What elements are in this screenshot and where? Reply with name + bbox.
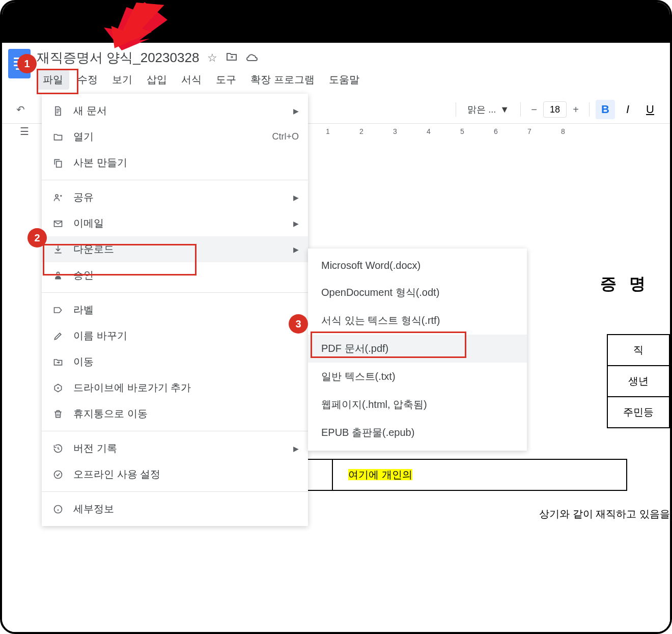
chevron-right-icon: ▶	[293, 107, 299, 115]
document-heading: 증 명	[600, 273, 670, 295]
download-txt[interactable]: 일반 텍스트(.txt)	[308, 363, 527, 391]
folder-icon	[51, 132, 65, 142]
table-cell[interactable]: 주민등	[607, 397, 669, 428]
annotation-badge-1: 1	[17, 54, 37, 73]
outline-toggle-icon[interactable]: ☰	[20, 125, 29, 137]
move-folder-icon[interactable]	[226, 50, 238, 66]
rename-icon	[51, 331, 65, 341]
menu-make-copy[interactable]: 사본 만들기	[42, 150, 308, 176]
offline-icon	[51, 470, 65, 480]
cloud-status-icon[interactable]	[246, 50, 259, 66]
underline-button[interactable]: U	[640, 100, 660, 119]
download-docx[interactable]: Microsoft Word(.docx)	[308, 253, 527, 279]
menu-add-shortcut[interactable]: 드라이브에 바로가기 추가	[42, 375, 308, 401]
font-size-input[interactable]: 18	[543, 101, 567, 118]
annotation-badge-3: 3	[289, 314, 308, 334]
email-icon	[51, 218, 65, 229]
info-icon	[51, 504, 65, 514]
font-name-label: 맑은 ...	[467, 103, 496, 116]
menu-email[interactable]: 이메일 ▶	[42, 210, 308, 236]
menu-new-document[interactable]: 새 문서 ▶	[42, 98, 308, 124]
chevron-right-icon: ▶	[293, 219, 299, 228]
svg-point-6	[54, 471, 62, 478]
menu-version-history[interactable]: 버전 기록 ▶	[42, 435, 308, 461]
table-cell[interactable]: 직	[607, 335, 669, 366]
svg-rect-2	[57, 161, 62, 167]
star-icon[interactable]: ☆	[207, 51, 217, 65]
menu-file[interactable]: 파일	[37, 70, 69, 90]
menu-format[interactable]: 서식	[175, 70, 208, 90]
document-footer-text: 상기와 같이 재직하고 있음을	[539, 507, 670, 521]
copy-icon	[51, 158, 65, 168]
move-icon	[51, 357, 65, 367]
table-cell[interactable]: 여기에 개인의	[332, 459, 627, 490]
download-pdf[interactable]: PDF 문서(.pdf)	[308, 335, 527, 363]
menu-details[interactable]: 세부정보	[42, 496, 308, 522]
trash-icon	[51, 409, 65, 419]
menu-label[interactable]: 라벨	[42, 297, 308, 323]
font-size-increase[interactable]: +	[569, 101, 583, 118]
menu-view[interactable]: 보기	[106, 70, 138, 90]
download-epub[interactable]: EPUB 출판물(.epub)	[308, 419, 527, 447]
document-table: 직 생년 주민등	[607, 334, 670, 428]
chevron-down-icon: ▼	[500, 104, 509, 115]
annotation-arrow-icon	[89, 0, 170, 53]
chevron-right-icon: ▶	[293, 245, 299, 254]
menu-insert[interactable]: 삽입	[141, 70, 173, 90]
download-html[interactable]: 웹페이지(.html, 압축됨)	[308, 391, 527, 419]
svg-point-5	[57, 272, 60, 274]
history-icon	[51, 444, 65, 454]
label-icon	[51, 305, 65, 315]
menu-help[interactable]: 도움말	[323, 70, 366, 90]
menu-rename[interactable]: 이름 바꾸기	[42, 323, 308, 349]
menubar: 파일 수정 보기 삽입 서식 도구 확장 프로그램 도움말	[37, 70, 664, 90]
menu-edit[interactable]: 수정	[71, 70, 104, 90]
menu-share[interactable]: 공유 ▶	[42, 184, 308, 210]
chevron-right-icon: ▶	[293, 194, 299, 202]
download-submenu: Microsoft Word(.docx) OpenDocument 형식(.o…	[308, 249, 527, 451]
menu-approve[interactable]: 승인	[42, 262, 308, 288]
bold-button[interactable]: B	[596, 100, 615, 119]
file-dropdown-menu: 새 문서 ▶ 열기 Ctrl+O 사본 만들기 공유 ▶ 이메일 ▶ 다운로드 …	[42, 94, 308, 526]
download-rtf[interactable]: 서식 있는 텍스트 형식(.rtf)	[308, 307, 527, 335]
italic-button[interactable]: I	[618, 100, 637, 119]
download-icon	[51, 244, 65, 255]
download-odt[interactable]: OpenDocument 형식(.odt)	[308, 279, 527, 307]
menu-tools[interactable]: 도구	[210, 70, 242, 90]
document-icon	[51, 106, 65, 116]
font-family-select[interactable]: 맑은 ... ▼	[462, 101, 514, 118]
menu-trash[interactable]: 휴지통으로 이동	[42, 401, 308, 427]
highlighted-text: 여기에 개인의	[348, 469, 412, 480]
annotation-badge-2: 2	[27, 228, 47, 247]
menu-offline[interactable]: 오프라인 사용 설정	[42, 461, 308, 487]
undo-button[interactable]: ↶	[12, 101, 29, 118]
svg-point-3	[55, 195, 58, 197]
menu-download[interactable]: 다운로드 ▶	[42, 236, 308, 262]
shortcut-icon	[51, 383, 65, 393]
table-cell[interactable]: 생년	[607, 366, 669, 397]
menu-move[interactable]: 이동	[42, 349, 308, 375]
approve-icon	[51, 270, 65, 281]
share-icon	[51, 192, 65, 203]
menu-open[interactable]: 열기 Ctrl+O	[42, 124, 308, 150]
menu-extensions[interactable]: 확장 프로그램	[244, 70, 321, 90]
chevron-right-icon: ▶	[293, 445, 299, 453]
font-size-decrease[interactable]: −	[527, 101, 541, 118]
